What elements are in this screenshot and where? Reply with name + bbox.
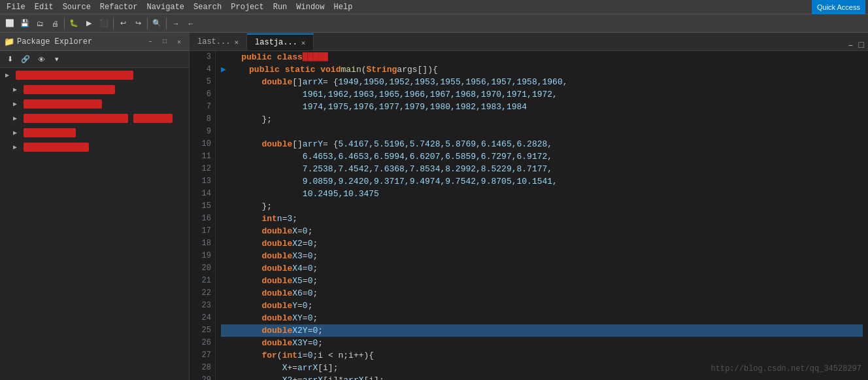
main-area: 📁 Package Explorer – □ ✕ ⬇ 🔗 👁 ▾ ▶ ▶ ▶	[0, 33, 868, 380]
code-line-29: X2 += arrX [i]* arrX [i];	[221, 374, 863, 380]
quick-access-button[interactable]: Quick Access	[812, 0, 865, 14]
code-line-6: 1961,1962,1963,1965,1966,1967,1968,1970,…	[221, 88, 863, 101]
code-line-21: double X5 = 0 ;	[221, 275, 863, 287]
toolbar-search[interactable]: 🔍	[150, 16, 164, 31]
code-line-12: 7.2538,7.4542,7.6368,7.8534,8.2992,8.522…	[221, 163, 863, 175]
toolbar-next[interactable]: →	[169, 16, 183, 31]
code-view: 3 4 5 6 7 8 9 10 11 12 13 14 15 16 17 18…	[190, 51, 868, 380]
tree-item-6[interactable]: ▶	[0, 140, 189, 154]
menu-file[interactable]: File	[3, 1, 29, 13]
sidebar-toolbar: ⬇ 🔗 👁 ▾	[0, 51, 189, 68]
menu-edit[interactable]: Edit	[31, 1, 58, 13]
code-line-18: double X2 = 0 ;	[221, 237, 863, 250]
code-line-3: public class █████	[221, 51, 863, 63]
tree-item-5[interactable]: ▶	[0, 126, 189, 140]
sidebar-minimize[interactable]: –	[144, 36, 156, 48]
tree-item-3[interactable]: ▶	[0, 97, 189, 111]
code-content[interactable]: public class █████ ▶ public static void …	[216, 51, 868, 380]
code-line-22: double X6 = 0 ;	[221, 287, 863, 300]
tree-item-1[interactable]: ▶	[0, 68, 189, 82]
editor-maximize[interactable]: □	[859, 40, 864, 50]
editor-area: last... ✕ lastja... ✕ – □ 3 4 5 6 7 8 9	[190, 33, 868, 380]
line-numbers: 3 4 5 6 7 8 9 10 11 12 13 14 15 16 17 18…	[190, 51, 216, 380]
toolbar-undo[interactable]: ↩	[116, 16, 130, 31]
toolbar-prev[interactable]: ←	[184, 16, 198, 31]
code-line-4: ▶ public static void main ( String args[…	[221, 63, 863, 76]
code-line-11: 6.4653,6.4653,6.5994,6.6207,6.5859,6.729…	[221, 150, 863, 163]
code-line-19: double X3 = 0 ;	[221, 250, 863, 262]
sidebar-btn-collapse[interactable]: ⬇	[3, 52, 17, 67]
toolbar-new[interactable]: ⬜	[3, 16, 17, 31]
menu-refactor[interactable]: Refactor	[96, 1, 142, 13]
menu-window[interactable]: Window	[292, 1, 328, 13]
toolbar-stop[interactable]: ⬛	[97, 16, 111, 31]
sidebar-content: ▶ ▶ ▶ ▶ ▶ ▶	[0, 68, 189, 380]
watermark: http://blog.csdn.net/qq_34528297	[711, 364, 861, 373]
menu-bar: File Edit Source Refactor Navigate Searc…	[0, 0, 868, 14]
tree-item-4[interactable]: ▶	[0, 111, 189, 126]
code-line-27: for ( int i = 0 ;i < n;i++){	[221, 349, 863, 362]
menu-project[interactable]: Project	[227, 1, 267, 13]
code-line-10: double [] arrY = { 5.4167,5.5196,5.7428,…	[221, 138, 863, 150]
code-line-23: double Y = 0 ;	[221, 300, 863, 312]
code-line-14: 10.2495,10.3475	[221, 188, 863, 200]
sidebar: 📁 Package Explorer – □ ✕ ⬇ 🔗 👁 ▾ ▶ ▶ ▶	[0, 33, 190, 380]
code-line-9	[221, 126, 863, 138]
code-line-5: double [] arrX = { 1949,1950,1952,1953,1…	[221, 76, 863, 88]
menu-navigate[interactable]: Navigate	[142, 1, 188, 13]
sidebar-header: 📁 Package Explorer – □ ✕	[0, 33, 189, 51]
code-line-26: double X3Y = 0 ;	[221, 337, 863, 349]
code-line-17: double X = 0 ;	[221, 225, 863, 237]
sidebar-close[interactable]: ✕	[173, 36, 185, 48]
toolbar-save-all[interactable]: 🗂	[33, 16, 47, 31]
code-line-24: double XY = 0 ;	[221, 312, 863, 324]
tab-lastja[interactable]: lastja... ✕	[247, 33, 314, 50]
code-line-13: 9.0859,9.2420,9.3717,9.4974,9.7542,9.870…	[221, 175, 863, 188]
tree-item-2[interactable]: ▶	[0, 82, 189, 97]
sidebar-btn-view[interactable]: 👁	[34, 52, 48, 67]
code-line-20: double X4 = 0 ;	[221, 262, 863, 275]
toolbar-redo[interactable]: ↪	[131, 16, 145, 31]
code-line-7: 1974,1975,1976,1977,1979,1980,1982,1983,…	[221, 101, 863, 113]
toolbar-save[interactable]: 💾	[18, 16, 32, 31]
toolbar-run[interactable]: ▶	[82, 16, 96, 31]
code-line-15: };	[221, 200, 863, 213]
tab-close-last[interactable]: ✕	[234, 38, 239, 46]
tab-last[interactable]: last... ✕	[190, 33, 247, 50]
code-line-25: double X2Y = 0 ;	[221, 324, 863, 337]
menu-help[interactable]: Help	[330, 1, 357, 13]
sidebar-btn-menu[interactable]: ▾	[50, 52, 64, 67]
menu-source[interactable]: Source	[59, 1, 95, 13]
tab-bar: last... ✕ lastja... ✕ – □	[190, 33, 868, 51]
sidebar-maximize[interactable]: □	[159, 36, 171, 48]
menu-run[interactable]: Run	[269, 1, 292, 13]
sidebar-btn-link[interactable]: 🔗	[18, 52, 33, 67]
sidebar-title: Package Explorer	[17, 37, 142, 46]
menu-search[interactable]: Search	[190, 1, 225, 13]
toolbar: ⬜ 💾 🗂 🖨 🐛 ▶ ⬛ ↩ ↪ 🔍 → ←	[0, 14, 868, 33]
tab-close-lastja[interactable]: ✕	[301, 39, 306, 47]
code-line-8: };	[221, 113, 863, 126]
code-line-16: int n = 3 ;	[221, 213, 863, 225]
editor-window-controls: – □	[844, 40, 868, 50]
toolbar-debug[interactable]: 🐛	[67, 16, 81, 31]
editor-minimize[interactable]: –	[848, 40, 853, 50]
toolbar-print[interactable]: 🖨	[48, 16, 62, 31]
